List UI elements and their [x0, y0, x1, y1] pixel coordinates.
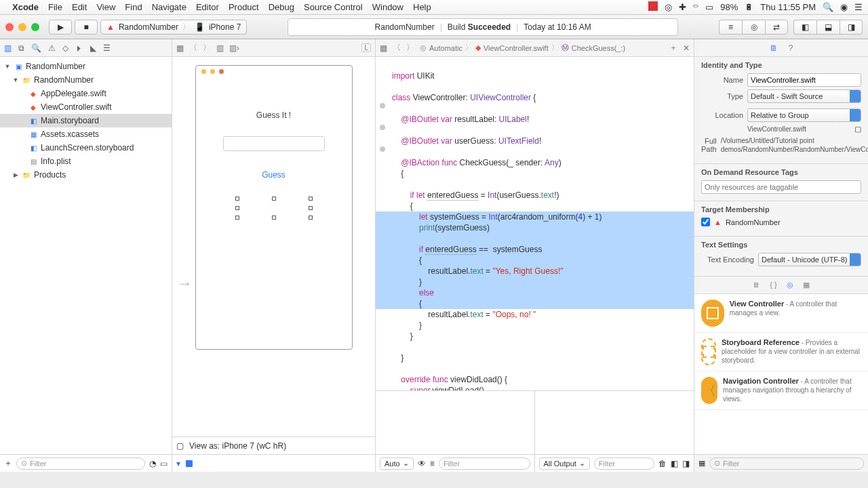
debug-navigator-icon[interactable]: ⏵ [75, 43, 83, 53]
source-editor[interactable]: import UIKit class ViewController: UIVie… [376, 57, 694, 390]
action-connection-icon[interactable] [380, 146, 385, 152]
trash-icon[interactable]: 🗑 [658, 459, 667, 468]
variables-filter[interactable]: Filter [439, 458, 530, 470]
toggle-navigator-button[interactable]: ◧ [793, 20, 816, 35]
status-icon-3[interactable]: ✚ [679, 2, 686, 12]
navigator-filter[interactable]: ⊙Filter [16, 458, 145, 470]
scm-filter-icon[interactable]: ▭ [160, 459, 167, 468]
editor-forward-icon[interactable]: 〉 [406, 42, 414, 54]
menu-editor[interactable]: Editor [196, 2, 219, 12]
jump-bar[interactable]: ◎Automatic 〉 ◆ViewController.swift 〉 ⓂCh… [420, 43, 625, 53]
status-icon-1[interactable] [648, 1, 658, 13]
assistant-editor-button[interactable]: ◎ [742, 20, 765, 35]
outline-toggle-icon[interactable]: ▾ [176, 459, 180, 468]
status-icon-2[interactable]: ◎ [665, 2, 672, 12]
close-button[interactable] [5, 23, 14, 31]
siri-icon[interactable]: ◉ [840, 2, 848, 12]
tree-products[interactable]: ▶📁Products [0, 168, 172, 182]
add-assistant-icon[interactable]: ＋ [669, 42, 677, 54]
version-editor-button[interactable]: ⇄ [765, 20, 788, 35]
battery-icon[interactable]: 🔋︎ [745, 2, 753, 12]
device-config-icon[interactable]: ▢ [176, 441, 184, 451]
library-filter[interactable]: ⊙Filter [709, 458, 864, 470]
menu-help[interactable]: Help [413, 2, 431, 12]
type-select[interactable]: Default - Swift Source [747, 89, 861, 103]
media-library-icon[interactable]: ▦ [803, 281, 810, 289]
menu-navigate[interactable]: Navigate [152, 2, 186, 12]
toggle-inspector-button[interactable]: ◨ [840, 20, 863, 35]
run-button[interactable]: ▶ [49, 20, 72, 35]
search-navigator-icon[interactable]: 🔍 [31, 43, 41, 53]
tree-group[interactable]: ▼📁RandomNumber [0, 73, 172, 87]
ib-scene[interactable]: → Guess It ! Guess [172, 57, 375, 436]
console-right-icon[interactable]: ◨ [682, 459, 690, 468]
menu-product[interactable]: Product [229, 2, 259, 12]
add-button[interactable]: ＋ [4, 458, 12, 469]
editor-back-icon[interactable]: 〈 [393, 42, 401, 54]
canvas-textfield[interactable] [223, 136, 325, 151]
close-assistant-icon[interactable]: ✕ [683, 43, 690, 53]
breakpoint-navigator-icon[interactable]: ◣ [90, 43, 96, 53]
toggle-debug-button[interactable]: ⬓ [816, 20, 840, 35]
outlet-connection-icon[interactable] [380, 125, 385, 130]
menu-debug[interactable]: Debug [269, 2, 294, 12]
target-checkbox[interactable] [701, 218, 710, 226]
viewcontroller-canvas[interactable]: Guess It ! Guess [195, 65, 353, 350]
selected-label[interactable] [237, 199, 311, 218]
canvas-jump-1[interactable]: ▥ [216, 43, 224, 53]
tree-infoplist[interactable]: ▤Info.plist [0, 155, 172, 168]
location-select[interactable]: Relative to Group [747, 108, 861, 122]
report-navigator-icon[interactable]: ☰ [103, 43, 111, 53]
test-navigator-icon[interactable]: ◇ [62, 43, 68, 53]
menu-window[interactable]: Window [372, 2, 403, 12]
file-template-icon[interactable]: 🗎 [753, 281, 760, 289]
console-left-icon[interactable]: ◧ [671, 459, 678, 468]
menu-find[interactable]: Find [125, 2, 142, 12]
tree-viewcontroller[interactable]: ◆ViewController.swift [0, 100, 172, 114]
canvas-button[interactable]: Guess [212, 170, 336, 180]
viewas-label[interactable]: View as: iPhone 7 (wC hR) [189, 441, 286, 451]
scheme-selector[interactable]: ▲ RandomNumber 〉 📱 iPhone 7 [100, 20, 247, 35]
outlet-connection-icon[interactable] [380, 103, 385, 108]
canvas-label[interactable]: Guess It ! [212, 110, 336, 120]
lib-navcontroller[interactable]: 〈 Navigation Controller - A controller t… [694, 371, 868, 410]
spotlight-icon[interactable]: 🔍 [823, 2, 833, 12]
code-snippet-icon[interactable]: { } [770, 281, 776, 289]
canvas-lock-icon[interactable]: L [361, 43, 371, 52]
standard-editor-button[interactable]: ≡ [719, 20, 742, 35]
output-selector[interactable]: All Output⌄ [539, 458, 590, 470]
stop-button[interactable]: ■ [75, 20, 98, 35]
minimize-button[interactable] [18, 23, 26, 31]
canvas-forward-icon[interactable]: 〉 [203, 42, 211, 54]
canvas-related-icon[interactable]: ▦ [176, 43, 184, 53]
textenc-select[interactable]: Default - Unicode (UTF-8) [758, 253, 861, 266]
help-inspector-icon[interactable]: ? [789, 43, 793, 53]
clock[interactable]: Thu 11:55 PM [760, 2, 816, 12]
lib-viewcontroller[interactable]: View Controller - A controller that mana… [694, 294, 868, 333]
constraints-tag-icon[interactable] [186, 460, 193, 467]
recent-filter-icon[interactable]: ◔ [149, 459, 156, 468]
menu-file[interactable]: File [48, 2, 62, 12]
lib-storyboardref[interactable]: Storyboard Reference - Provides a placeh… [694, 333, 868, 371]
tree-root[interactable]: ▼▣RandomNumber [0, 60, 172, 73]
canvas-jump-2[interactable]: ▥› [229, 43, 239, 53]
tree-mainstoryboard[interactable]: ◧Main.storyboard [0, 114, 172, 127]
name-field[interactable] [747, 73, 861, 87]
quicklook-icon[interactable]: 👁 [418, 459, 426, 468]
display-icon[interactable]: ▭ [705, 2, 713, 12]
variables-view[interactable] [376, 391, 534, 454]
tree-appdelegate[interactable]: ◆AppDelegate.swift [0, 87, 172, 100]
console-filter[interactable]: Filter [594, 458, 654, 470]
object-library-icon[interactable]: ◎ [787, 281, 793, 289]
console-view[interactable] [535, 391, 694, 454]
project-navigator-icon[interactable]: ▥ [4, 43, 12, 53]
notification-icon[interactable]: ☰ [854, 2, 863, 12]
editor-related-icon[interactable]: ▦ [380, 43, 387, 53]
menu-sourcecontrol[interactable]: Source Control [304, 2, 363, 12]
canvas-back-icon[interactable]: 〈 [189, 42, 197, 54]
print-icon[interactable]: ≡ [430, 459, 435, 468]
tree-assets[interactable]: ▦Assets.xcassets [0, 127, 172, 141]
tree-launchscreen[interactable]: ◧LaunchScreen.storyboard [0, 141, 172, 155]
symbol-navigator-icon[interactable]: ⧉ [18, 43, 24, 53]
menubar-app[interactable]: Xcode [12, 2, 39, 12]
